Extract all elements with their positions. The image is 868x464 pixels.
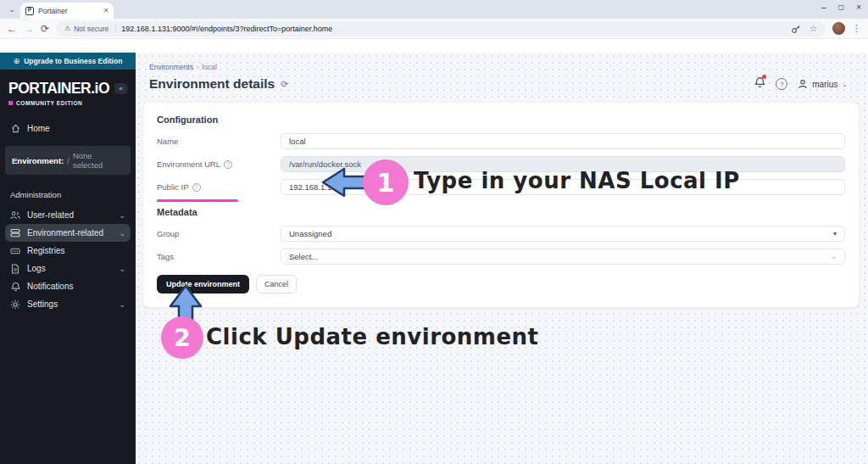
page-title: Environment details	[149, 76, 275, 92]
portainer-logo: PORTAINER.iO	[8, 80, 109, 98]
tab-close-icon[interactable]: ×	[103, 7, 108, 15]
browser-menu-icon[interactable]: ⋮	[852, 23, 861, 34]
metadata-heading: Metadata	[157, 207, 845, 217]
breadcrumb-environments-link[interactable]: Environments	[149, 63, 193, 71]
tab-title: Portainer	[38, 7, 99, 15]
browser-tab-strip: ⌄ P Portainer × – ▢ ×	[0, 0, 868, 19]
environment-selector[interactable]: Environment: / None selected	[5, 146, 131, 175]
address-bar[interactable]: ⚠ Not secure 192.168.1.131:9000/#!/endpo…	[56, 21, 826, 36]
group-select[interactable]: Unassigned ▾	[281, 226, 845, 242]
back-icon[interactable]: ←	[7, 24, 17, 34]
registry-icon	[10, 246, 20, 256]
sidebar-item-registries[interactable]: Registries	[0, 242, 136, 260]
portainer-favicon-icon: P	[25, 7, 34, 15]
configuration-heading: Configuration	[157, 115, 845, 125]
upgrade-icon: ⊕	[14, 57, 20, 65]
sidebar-item-label: Environment-related	[27, 228, 103, 238]
step1-text: Type in your NAS Local IP	[414, 168, 740, 193]
browser-profile-avatar[interactable]	[832, 22, 845, 35]
edition-square-icon	[8, 101, 13, 105]
upgrade-banner-label: Upgrade to Business Edition	[24, 57, 122, 65]
minimize-icon[interactable]: –	[821, 3, 826, 12]
sidebar-item-settings[interactable]: Settings ⌄	[0, 295, 136, 313]
chevron-down-icon: ⌄	[119, 211, 125, 220]
home-icon	[10, 124, 20, 134]
cancel-button[interactable]: Cancel	[256, 275, 297, 293]
upgrade-banner[interactable]: ⊕ Upgrade to Business Edition	[0, 53, 136, 70]
page-top-gap	[0, 39, 868, 53]
reload-icon[interactable]: ⟳	[41, 24, 49, 34]
group-row: Group Unassigned ▾	[157, 226, 845, 242]
main-content: Environments › local Environment details…	[136, 53, 868, 464]
user-caret-icon: ⌄	[842, 81, 848, 88]
sidebar-item-label: Settings	[27, 299, 58, 309]
sidebar-item-label: Notifications	[27, 282, 73, 291]
sidebar-collapse-button[interactable]: «	[114, 83, 127, 94]
tab-search-button[interactable]: ⌄	[5, 3, 19, 16]
breadcrumb-current: local	[202, 63, 216, 71]
name-label: Name	[157, 137, 281, 146]
notifications-bell-button[interactable]	[754, 76, 765, 92]
sidebar-item-label: Registries	[27, 246, 64, 255]
sidebar-item-user-related[interactable]: User-related ⌄	[0, 206, 136, 224]
window-close-icon[interactable]: ×	[856, 3, 861, 12]
public-ip-highlight-underline	[157, 199, 238, 202]
group-selected-value: Unassigned	[289, 229, 331, 238]
environment-label: Environment:	[12, 156, 64, 165]
users-icon	[10, 210, 20, 221]
forward-icon[interactable]: →	[24, 24, 34, 34]
sidebar: ⊕ Upgrade to Business Edition PORTAINER.…	[0, 53, 136, 464]
collapse-icon: «	[119, 85, 122, 92]
step2-number: 2	[174, 324, 190, 352]
tags-label: Tags	[157, 252, 281, 261]
environment-value: None selected	[73, 151, 124, 170]
server-icon	[10, 228, 20, 238]
not-secure-chip[interactable]: ⚠ Not secure	[64, 25, 116, 33]
group-label: Group	[157, 229, 281, 238]
tags-select[interactable]: Select... ⌄	[281, 249, 845, 265]
maximize-icon[interactable]: ▢	[838, 3, 845, 11]
window-controls: – ▢ ×	[821, 3, 861, 12]
bookmark-star-icon[interactable]: ☆	[810, 24, 817, 33]
notification-dot	[762, 75, 766, 79]
username: marius	[812, 80, 837, 89]
tags-row: Tags Select... ⌄	[157, 249, 845, 265]
sidebar-item-logs[interactable]: Logs ⌄	[0, 260, 136, 277]
help-tooltip-icon[interactable]: ?	[224, 160, 232, 169]
chevron-down-icon: ⌄	[119, 265, 125, 273]
environment-url-label: Environment URL	[157, 159, 220, 169]
help-button[interactable]: ?	[776, 78, 787, 90]
refresh-icon[interactable]: ⟳	[281, 79, 288, 90]
not-secure-label: Not secure	[74, 25, 108, 33]
gear-icon	[10, 299, 20, 310]
tab-search-caret-icon: ⌄	[8, 5, 15, 14]
edition-badge: COMMUNITY EDITION	[0, 98, 136, 106]
warning-icon: ⚠	[64, 25, 70, 32]
sidebar-item-label: Logs	[27, 264, 46, 273]
step1-badge: 1	[363, 159, 409, 205]
environment-details-card: Configuration Name Environment URL ? Pub…	[142, 102, 860, 308]
step1-number: 1	[377, 168, 395, 198]
sidebar-item-notifications[interactable]: Notifications	[0, 277, 136, 295]
breadcrumb: Environments › local	[142, 63, 860, 71]
step2-text: Click Update environment	[206, 324, 539, 349]
breadcrumb-separator-icon: ›	[197, 64, 198, 70]
help-tooltip-icon[interactable]: ?	[192, 183, 201, 192]
person-icon	[798, 79, 808, 89]
sidebar-home-label: Home	[27, 124, 50, 133]
plug-slash-icon: /	[67, 156, 70, 165]
select-caret-icon: ⌄	[831, 253, 837, 260]
name-input[interactable]	[281, 133, 845, 149]
password-key-icon[interactable]	[791, 24, 801, 34]
browser-tab[interactable]: P Portainer ×	[20, 3, 114, 19]
file-icon	[10, 264, 20, 274]
url-text[interactable]: 192.168.1.131:9000/#!/endpoints/3?redire…	[121, 25, 786, 33]
bell-icon	[10, 282, 20, 292]
sidebar-item-environment-related[interactable]: Environment-related ⌄	[5, 224, 131, 242]
administration-header: Administration	[0, 180, 136, 206]
user-menu[interactable]: marius ⌄	[798, 79, 848, 89]
sidebar-item-home[interactable]: Home	[0, 120, 136, 137]
public-ip-label: Public IP	[157, 182, 189, 192]
chevron-down-icon: ⌄	[119, 229, 125, 238]
step2-badge: 2	[161, 316, 203, 359]
